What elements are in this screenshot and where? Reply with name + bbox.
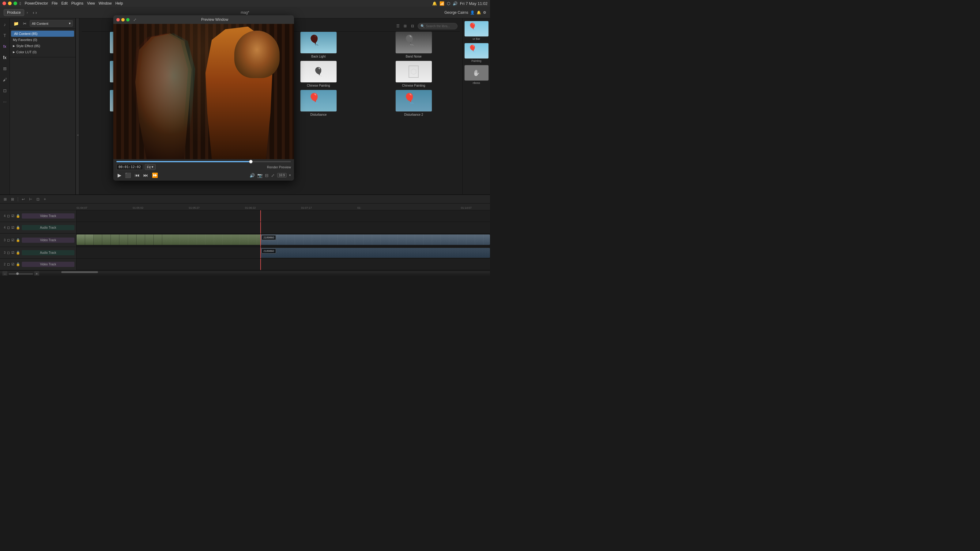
menu-edit[interactable]: Edit xyxy=(61,1,68,5)
track-visible-4v[interactable]: ◻ xyxy=(7,214,10,218)
clip-frames-right xyxy=(260,235,490,245)
right-effect-painting[interactable]: 🎈 Painting xyxy=(464,43,489,62)
ruler-mark-1: 01:05:02 xyxy=(133,206,189,210)
preview-volume-icon[interactable]: 🔊 xyxy=(250,173,255,178)
track-lock-4a[interactable]: ☑ xyxy=(11,225,15,230)
sidebar-icon-fx[interactable]: fx xyxy=(1,43,9,50)
track-lock-4v[interactable]: ☑ xyxy=(11,214,15,218)
volume-icon[interactable]: 🔊 xyxy=(453,1,458,6)
import-button[interactable]: 📁 xyxy=(12,21,20,27)
tl-playhead-4a xyxy=(260,222,261,233)
filter-button[interactable]: ✂ xyxy=(22,21,28,27)
video-clip-3v-right[interactable]: 2189860 xyxy=(260,235,490,245)
menu-view[interactable]: View xyxy=(87,1,95,5)
zoom-in-button[interactable]: + xyxy=(34,271,39,275)
preview-progress-bar[interactable] xyxy=(116,161,291,162)
nav-arrows: ‹ › xyxy=(33,10,37,15)
sidebar-icon-brush[interactable]: 🖌 xyxy=(1,76,9,83)
menu-file[interactable]: File xyxy=(52,1,57,5)
close-button[interactable] xyxy=(2,2,6,5)
track-lock-2v[interactable]: ☑ xyxy=(11,262,15,267)
preview-maximize-button[interactable] xyxy=(126,18,130,21)
grid-small-view-button[interactable]: ⊞ xyxy=(402,23,409,29)
track-num-2v: 2 xyxy=(2,263,5,266)
preview-split-icon[interactable]: ⊟ xyxy=(265,173,269,178)
track-audio-3v[interactable]: 🔒 xyxy=(16,238,21,243)
menu-window[interactable]: Window xyxy=(99,1,112,5)
menu-plugins[interactable]: Plugins xyxy=(72,1,83,5)
track-name-2v: Video Track xyxy=(22,262,75,267)
tl-add-track-button[interactable]: ⊞ xyxy=(2,197,8,202)
track-lock-3v[interactable]: ☑ xyxy=(11,238,15,243)
tree-item-all[interactable]: All Content (85) xyxy=(11,30,74,37)
next-frame-button[interactable]: ⏭ xyxy=(142,172,150,179)
right-effect-emboss[interactable]: ✋ nboss xyxy=(464,65,489,84)
user-avatar-icon[interactable]: 👤 xyxy=(470,10,475,15)
list-view-button[interactable]: ☰ xyxy=(395,23,401,29)
sidebar-icon-effects[interactable]: fx xyxy=(1,54,9,61)
settings-icon[interactable]: ⚙ xyxy=(483,10,486,15)
track-visible-3a[interactable]: ◻ xyxy=(7,250,10,255)
tl-scrollbar[interactable]: - + xyxy=(0,270,490,273)
produce-button[interactable]: Produce xyxy=(4,9,24,16)
menu-powerdirector[interactable]: PowerDirector xyxy=(25,1,48,5)
search-bar[interactable]: 🔍 Search the libra... xyxy=(418,23,458,29)
tl-snap-button[interactable]: ⊞ xyxy=(10,197,15,202)
effect-bandnoise[interactable]: 🎈 Band Noise xyxy=(367,32,460,58)
tl-split-button[interactable]: ⊢ xyxy=(28,197,33,202)
sidebar-icon-text[interactable]: T xyxy=(1,32,9,39)
maximize-button[interactable] xyxy=(13,2,17,5)
render-preview-button[interactable]: Render Preview xyxy=(267,165,291,169)
track-name-3v: Video Track xyxy=(22,238,75,243)
stop-button[interactable]: ⬛ xyxy=(124,172,132,179)
track-audio-4a[interactable]: 🔒 xyxy=(16,225,21,230)
tl-undo-button[interactable]: ↩ xyxy=(21,197,26,202)
preview-titlebar: ⤢ Preview Window xyxy=(113,15,294,24)
tree-item-style[interactable]: ▶ Style Effect (85) xyxy=(10,43,75,49)
preview-fit-dropdown[interactable]: Fit ▾ xyxy=(145,164,156,170)
track-visible-2v[interactable]: ◻ xyxy=(7,262,10,267)
tree-item-favorites[interactable]: My Favorites (0) xyxy=(10,37,75,43)
effect-disturbance2[interactable]: 🎈 Disturbance 2 xyxy=(367,90,460,116)
tl-zoom-fit-button[interactable]: ⊡ xyxy=(35,197,41,202)
track-lock-3a[interactable]: ☑ xyxy=(11,250,15,255)
right-effect-bar[interactable]: 🎈 ur Bar xyxy=(464,21,489,40)
forward-button[interactable]: › xyxy=(35,10,37,15)
minimize-button[interactable] xyxy=(8,2,12,5)
track-visible-4a[interactable]: ◻ xyxy=(7,225,10,230)
grid-large-view-button[interactable]: ⊟ xyxy=(409,23,416,29)
track-content-4v xyxy=(76,210,490,222)
bell-icon[interactable]: 🔔 xyxy=(477,10,481,15)
notification-icon[interactable]: 🔔 xyxy=(432,1,437,6)
zoom-slider[interactable] xyxy=(9,273,33,275)
effect-chinese2[interactable]: ⬡ Chinese Painting xyxy=(367,60,460,87)
preview-snapshot-icon[interactable]: 📷 xyxy=(257,173,262,178)
track-audio-lock-3a[interactable]: 🔒 xyxy=(16,250,21,255)
preview-expand-icon[interactable]: ⤢ xyxy=(133,17,137,22)
tl-zoom-in-button[interactable]: + xyxy=(43,197,47,202)
track-audio-4v[interactable]: 🔒 xyxy=(16,214,21,218)
content-dropdown[interactable]: All Content ▾ xyxy=(30,20,73,27)
menu-help[interactable]: Help xyxy=(115,1,123,5)
play-button[interactable]: ▶ xyxy=(116,172,123,179)
sidebar-icon-more[interactable]: ··· xyxy=(1,98,9,105)
tree-item-lut[interactable]: ▶ Color LUT (0) xyxy=(10,49,75,55)
track-controls-3a: ◻ ☑ 🔒 xyxy=(7,250,21,255)
timeline: ⊞ ⊞ ↩ ⊢ ⊡ + 01:04:07 01:05:02 01:05:27 0… xyxy=(0,194,490,275)
prev-frame-button[interactable]: ⏮ xyxy=(134,172,141,179)
preview-minimize-button[interactable] xyxy=(121,18,125,21)
sidebar-icon-pip[interactable]: ⊞ xyxy=(1,65,9,72)
preview-fullscreen-icon[interactable]: ⤢ xyxy=(271,173,275,178)
sidebar-icon-crop[interactable]: ⊡ xyxy=(1,87,9,94)
tl-scroll-thumb[interactable] xyxy=(61,271,98,273)
content-toolbar: 📁 ✂ All Content ▾ xyxy=(10,18,75,29)
zoom-out-button[interactable]: - xyxy=(2,271,7,275)
fast-forward-button[interactable]: ⏩ xyxy=(151,172,159,179)
sidebar-icon-music[interactable]: ♪ xyxy=(1,21,9,28)
back-button[interactable]: ‹ xyxy=(33,10,34,15)
preview-close-button[interactable] xyxy=(116,18,120,21)
track-visible-3v[interactable]: ◻ xyxy=(7,238,10,243)
track-content-3v[interactable]: 2189860 xyxy=(76,233,490,247)
track-audio-2v[interactable]: 🔒 xyxy=(16,262,21,267)
effect-label-chinese2: Chinese Painting xyxy=(402,84,425,87)
